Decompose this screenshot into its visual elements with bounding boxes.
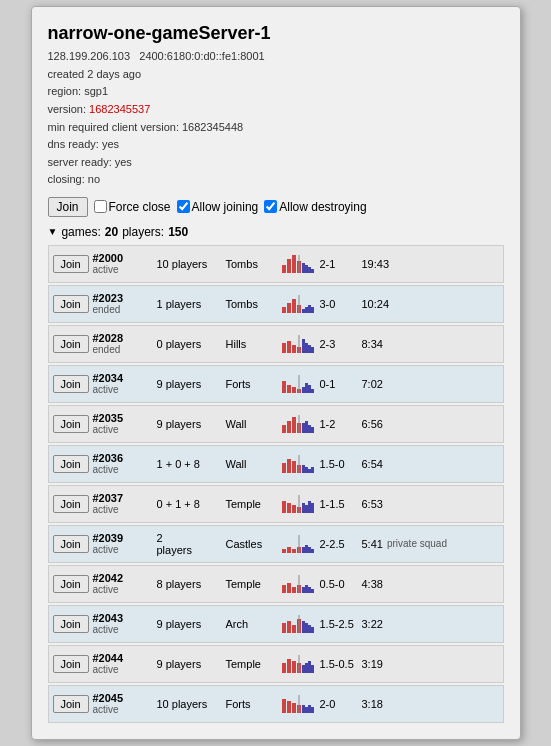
- game-row: Join#2034active9 playersForts0-17:02: [48, 365, 504, 403]
- game-status: active: [93, 424, 153, 435]
- game-join-button[interactable]: Join: [53, 655, 89, 673]
- svg-rect-10: [287, 303, 291, 313]
- svg-rect-77: [305, 585, 308, 593]
- game-join-button[interactable]: Join: [53, 615, 89, 633]
- allow-joining-label[interactable]: Allow joining: [177, 200, 259, 214]
- game-id: #2039: [93, 532, 153, 544]
- game-join-button[interactable]: Join: [53, 575, 89, 593]
- game-join-button[interactable]: Join: [53, 495, 89, 513]
- svg-rect-92: [292, 661, 296, 673]
- svg-rect-7: [311, 269, 314, 273]
- svg-rect-38: [292, 417, 296, 433]
- game-players: 0 players: [157, 338, 222, 350]
- game-players: 1 players: [157, 298, 222, 310]
- game-bars: [282, 615, 316, 633]
- games-header: ▼ games: 20 players: 150: [48, 225, 504, 239]
- controls-row: Join Force close Allow joining Allow des…: [48, 197, 504, 217]
- svg-rect-85: [302, 621, 305, 633]
- main-join-button[interactable]: Join: [48, 197, 88, 217]
- game-id: #2037: [93, 492, 153, 504]
- svg-rect-34: [311, 389, 314, 393]
- svg-rect-106: [311, 707, 314, 713]
- server-min-client: min required client version: 1682345448: [48, 121, 244, 133]
- allow-destroying-label[interactable]: Allow destroying: [264, 200, 366, 214]
- server-version-value[interactable]: 1682345537: [89, 103, 150, 115]
- game-status: active: [93, 384, 153, 395]
- svg-rect-51: [308, 469, 311, 473]
- game-info: #2000active: [93, 252, 153, 275]
- game-id: #2023: [93, 292, 153, 304]
- game-map: Wall: [226, 458, 278, 470]
- svg-rect-68: [305, 545, 308, 553]
- svg-rect-83: [292, 625, 296, 633]
- svg-rect-87: [308, 625, 311, 633]
- game-info: #2023ended: [93, 292, 153, 315]
- svg-rect-50: [305, 467, 308, 473]
- game-id: #2042: [93, 572, 153, 584]
- force-close-checkbox[interactable]: [94, 200, 107, 213]
- game-join-button[interactable]: Join: [53, 255, 89, 273]
- game-score: 1.5-0: [320, 458, 358, 470]
- svg-rect-0: [282, 265, 286, 273]
- game-status: ended: [93, 304, 153, 315]
- svg-rect-79: [311, 589, 314, 593]
- svg-rect-59: [305, 505, 308, 513]
- svg-rect-47: [292, 461, 296, 473]
- svg-rect-63: [282, 549, 286, 553]
- svg-rect-5: [305, 265, 308, 273]
- svg-rect-81: [282, 623, 286, 633]
- svg-rect-25: [311, 347, 314, 353]
- game-bars: [282, 575, 316, 593]
- allow-destroying-checkbox[interactable]: [264, 200, 277, 213]
- svg-rect-88: [311, 627, 314, 633]
- game-map: Arch: [226, 618, 278, 630]
- game-time: 6:54: [362, 458, 383, 470]
- game-time: 3:19: [362, 658, 383, 670]
- svg-rect-45: [282, 463, 286, 473]
- game-info: #2036active: [93, 452, 153, 475]
- game-join-button[interactable]: Join: [53, 335, 89, 353]
- svg-rect-55: [287, 503, 291, 513]
- force-close-label[interactable]: Force close: [94, 200, 171, 214]
- server-version-label: version:: [48, 103, 87, 115]
- game-join-button[interactable]: Join: [53, 535, 89, 553]
- game-players: 2 players: [157, 532, 222, 556]
- game-join-button[interactable]: Join: [53, 415, 89, 433]
- game-join-button[interactable]: Join: [53, 695, 89, 713]
- game-players: 9 players: [157, 618, 222, 630]
- game-map: Temple: [226, 498, 278, 510]
- game-status: active: [93, 624, 153, 635]
- game-players: 9 players: [157, 378, 222, 390]
- svg-rect-11: [292, 299, 296, 313]
- svg-rect-95: [305, 663, 308, 673]
- svg-rect-72: [282, 585, 286, 593]
- svg-rect-65: [292, 549, 296, 553]
- game-status: active: [93, 664, 153, 675]
- game-join-button[interactable]: Join: [53, 455, 89, 473]
- game-time: 6:53: [362, 498, 383, 510]
- game-map: Hills: [226, 338, 278, 350]
- svg-rect-74: [292, 587, 296, 593]
- svg-rect-4: [302, 263, 305, 273]
- server-meta: 128.199.206.103 2400:6180:0:d0::fe1:8001…: [48, 48, 504, 189]
- svg-rect-43: [311, 427, 314, 433]
- game-score: 0.5-0: [320, 578, 358, 590]
- game-join-button[interactable]: Join: [53, 375, 89, 393]
- game-score: 2-1: [320, 258, 358, 270]
- svg-rect-52: [311, 467, 314, 473]
- game-players: 1 + 0 + 8: [157, 458, 222, 470]
- game-join-button[interactable]: Join: [53, 295, 89, 313]
- game-row: Join#2028ended0 playersHills2-38:34: [48, 325, 504, 363]
- allow-joining-checkbox[interactable]: [177, 200, 190, 213]
- game-bars: [282, 495, 316, 513]
- game-players: 0 + 1 + 8: [157, 498, 222, 510]
- svg-rect-37: [287, 421, 291, 433]
- svg-rect-36: [282, 425, 286, 433]
- game-bars: [282, 375, 316, 393]
- server-ip: 128.199.206.103: [48, 50, 131, 62]
- svg-rect-60: [308, 501, 311, 513]
- game-id: #2045: [93, 692, 153, 704]
- game-id: #2034: [93, 372, 153, 384]
- game-map: Castles: [226, 538, 278, 550]
- game-status: ended: [93, 344, 153, 355]
